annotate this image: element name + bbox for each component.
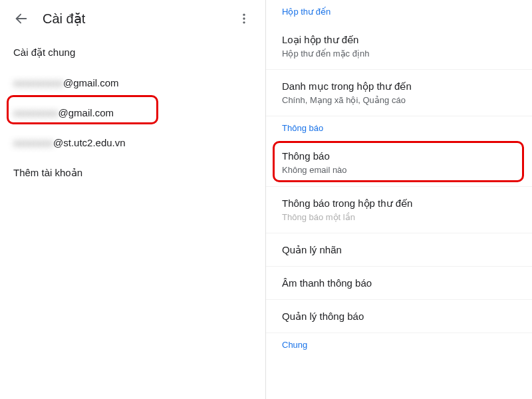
inbox-categories-subtitle: Chính, Mạng xã hội, Quảng cáo bbox=[282, 94, 516, 106]
more-vert-icon bbox=[237, 12, 251, 25]
inbox-categories-row[interactable]: Danh mục trong hộp thư đến Chính, Mạng x… bbox=[266, 69, 532, 116]
account-domain: @gmail.com bbox=[59, 107, 114, 118]
add-account-label: Thêm tài khoản bbox=[13, 167, 82, 178]
header: Cài đặt bbox=[0, 0, 265, 37]
notifications-row[interactable]: Thông báo Không email nào bbox=[266, 140, 532, 186]
notification-sound-title: Âm thanh thông báo bbox=[282, 276, 516, 290]
notification-sound-row[interactable]: Âm thanh thông báo bbox=[266, 266, 532, 299]
account-item[interactable]: xxxxxxxxx@gmail.com bbox=[0, 98, 265, 128]
account-domain: @st.utc2.edu.vn bbox=[53, 137, 126, 148]
inbox-notifications-row[interactable]: Thông báo trong hộp thư đến Thông báo mộ… bbox=[266, 186, 532, 233]
inbox-type-title: Loại hộp thư đến bbox=[282, 33, 516, 47]
account-blur: xxxxxxxxxx bbox=[13, 77, 63, 88]
inbox-type-row[interactable]: Loại hộp thư đến Hộp thư đến mặc định bbox=[266, 23, 532, 69]
svg-point-1 bbox=[243, 14, 245, 16]
account-item[interactable]: xxxxxxxxxx@gmail.com bbox=[0, 68, 265, 98]
section-general-header: Chung bbox=[266, 332, 532, 356]
svg-point-3 bbox=[243, 21, 245, 23]
arrow-back-icon bbox=[14, 11, 29, 26]
add-account-item[interactable]: Thêm tài khoản bbox=[0, 158, 265, 188]
inbox-type-subtitle: Hộp thư đến mặc định bbox=[282, 48, 516, 60]
back-button[interactable] bbox=[8, 5, 35, 32]
settings-right-pane: Hộp thư đến Loại hộp thư đến Hộp thư đến… bbox=[266, 0, 532, 399]
inbox-categories-title: Danh mục trong hộp thư đến bbox=[282, 79, 516, 93]
account-domain: @gmail.com bbox=[63, 77, 119, 88]
account-item[interactable]: xxxxxxxx@st.utc2.edu.vn bbox=[0, 128, 265, 158]
general-settings-item[interactable]: Cài đặt chung bbox=[0, 37, 265, 68]
notifications-title: Thông báo bbox=[282, 149, 516, 163]
page-title: Cài đặt bbox=[43, 11, 231, 27]
inbox-notifications-title: Thông báo trong hộp thư đến bbox=[282, 196, 516, 210]
manage-notifications-row[interactable]: Quản lý thông báo bbox=[266, 299, 532, 332]
section-notifications-header: Thông báo bbox=[266, 116, 532, 140]
manage-notifications-title: Quản lý thông báo bbox=[282, 309, 516, 323]
notifications-subtitle: Không email nào bbox=[282, 164, 516, 176]
account-blur: xxxxxxxxx bbox=[13, 107, 59, 118]
manage-labels-row[interactable]: Quản lý nhãn bbox=[266, 233, 532, 266]
general-settings-label: Cài đặt chung bbox=[13, 47, 75, 58]
settings-list: Cài đặt chung xxxxxxxxxx@gmail.com xxxxx… bbox=[0, 37, 265, 188]
svg-point-2 bbox=[243, 17, 245, 19]
settings-left-pane: Cài đặt Cài đặt chung xxxxxxxxxx@gmail.c… bbox=[0, 0, 266, 399]
manage-labels-title: Quản lý nhãn bbox=[282, 243, 516, 257]
more-button[interactable] bbox=[231, 5, 257, 32]
inbox-notifications-subtitle: Thông báo một lần bbox=[282, 211, 516, 223]
section-inbox-header: Hộp thư đến bbox=[266, 0, 532, 23]
account-blur: xxxxxxxx bbox=[13, 137, 53, 148]
